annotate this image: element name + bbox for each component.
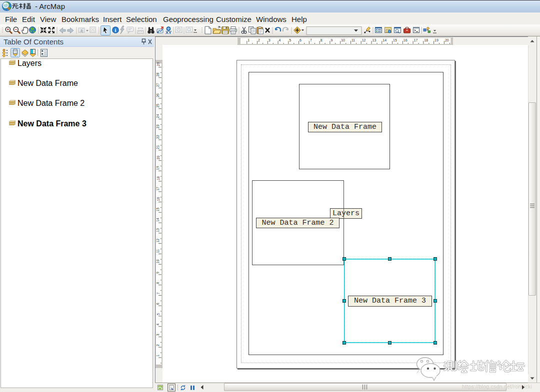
svg-text:21: 21 xyxy=(156,145,160,149)
svg-text:3: 3 xyxy=(156,334,160,336)
svg-text:19: 19 xyxy=(434,38,438,42)
svg-text:12: 12 xyxy=(362,38,366,42)
svg-text:18: 18 xyxy=(156,176,160,180)
svg-text:17: 17 xyxy=(156,187,160,191)
svg-text:4: 4 xyxy=(156,324,160,326)
svg-text:12: 12 xyxy=(156,239,160,243)
svg-text:23: 23 xyxy=(156,124,160,128)
svg-text:17: 17 xyxy=(414,38,418,42)
svg-text:22: 22 xyxy=(156,135,160,139)
svg-text:26: 26 xyxy=(156,93,160,97)
svg-text:7: 7 xyxy=(156,293,160,295)
svg-text:13: 13 xyxy=(156,228,160,232)
svg-text:3: 3 xyxy=(268,38,270,42)
svg-text:20: 20 xyxy=(156,156,160,160)
svg-text:16: 16 xyxy=(156,197,160,201)
svg-text:14: 14 xyxy=(382,38,386,42)
svg-text:9: 9 xyxy=(330,38,332,42)
svg-text:8: 8 xyxy=(320,38,322,42)
svg-text:2: 2 xyxy=(156,344,160,346)
svg-text:XY: XY xyxy=(166,30,172,35)
svg-text:i: i xyxy=(115,27,116,33)
svg-text:11: 11 xyxy=(352,38,355,42)
svg-text:27: 27 xyxy=(156,83,160,87)
svg-text:10: 10 xyxy=(341,38,345,42)
svg-text:14: 14 xyxy=(156,218,160,222)
svg-text:15: 15 xyxy=(156,207,160,211)
svg-text:13: 13 xyxy=(372,38,376,42)
svg-text:20: 20 xyxy=(445,38,449,42)
svg-text:7: 7 xyxy=(310,38,312,42)
svg-text:5: 5 xyxy=(156,313,160,315)
svg-text:19: 19 xyxy=(156,166,160,170)
svg-text:25: 25 xyxy=(156,104,160,108)
svg-text:11: 11 xyxy=(156,249,160,253)
svg-text:24: 24 xyxy=(156,114,160,118)
svg-text:6: 6 xyxy=(300,38,302,42)
svg-text:10: 10 xyxy=(156,259,160,263)
svg-text:9: 9 xyxy=(156,272,160,274)
svg-text:18: 18 xyxy=(424,38,428,42)
svg-text:28: 28 xyxy=(156,72,160,76)
svg-text:1: 1 xyxy=(156,355,160,357)
svg-text:6: 6 xyxy=(156,303,160,305)
svg-text:5: 5 xyxy=(289,38,291,42)
svg-text:8: 8 xyxy=(156,282,160,284)
svg-text:4: 4 xyxy=(279,38,281,42)
svg-text:16: 16 xyxy=(404,38,408,42)
svg-text:2: 2 xyxy=(258,38,260,42)
svg-text:15: 15 xyxy=(393,38,397,42)
svg-text:1: 1 xyxy=(248,38,250,42)
svg-text:29: 29 xyxy=(156,62,160,66)
